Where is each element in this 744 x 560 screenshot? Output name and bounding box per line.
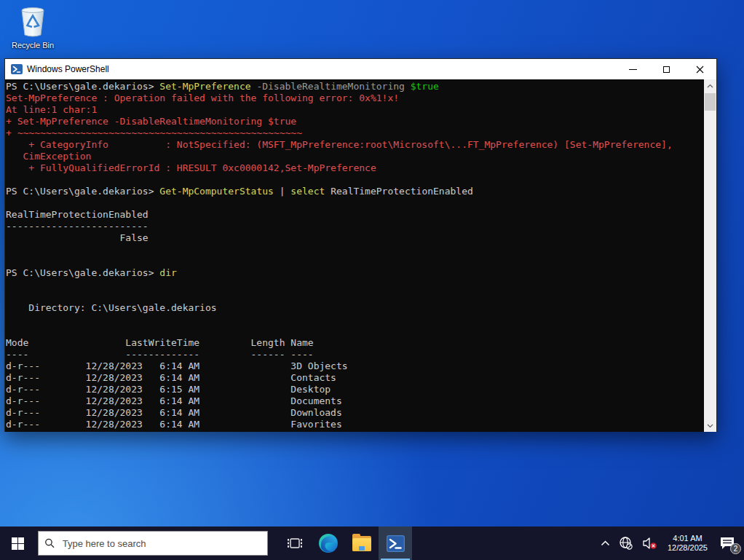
recycle-bin-icon bbox=[17, 4, 48, 38]
scrollbar-track[interactable] bbox=[704, 92, 716, 419]
desktop: Recycle Bin Windows PowerShell PS C:\Use… bbox=[0, 0, 744, 560]
taskbar-search[interactable] bbox=[38, 531, 268, 556]
tray-overflow-button[interactable] bbox=[596, 527, 614, 560]
terminal-scrollbar[interactable] bbox=[704, 79, 716, 432]
volume-button[interactable] bbox=[638, 527, 662, 560]
powershell-window: Windows PowerShell PS C:\Users\gale.deka… bbox=[4, 58, 717, 432]
powershell-taskbar-button[interactable] bbox=[379, 527, 412, 560]
taskbar-clock[interactable]: 4:01 AM 12/28/2025 bbox=[662, 534, 713, 553]
search-input[interactable] bbox=[63, 538, 261, 549]
scroll-down-button[interactable] bbox=[704, 419, 716, 432]
minimize-button[interactable] bbox=[616, 59, 649, 79]
scrollbar-thumb[interactable] bbox=[705, 93, 716, 111]
close-button[interactable] bbox=[683, 59, 716, 79]
chevron-up-icon bbox=[601, 540, 610, 546]
window-titlebar[interactable]: Windows PowerShell bbox=[5, 59, 716, 79]
terminal-output[interactable]: PS C:\Users\gale.dekarios> Set-MpPrefere… bbox=[5, 79, 716, 432]
globe-no-internet-icon bbox=[619, 536, 633, 551]
terminal-text: PS C:\Users\gale.dekarios> Set-MpPrefere… bbox=[6, 81, 703, 430]
notification-badge: 2 bbox=[730, 543, 741, 554]
edge-icon bbox=[318, 533, 339, 553]
window-title: Windows PowerShell bbox=[27, 64, 109, 74]
search-icon bbox=[44, 537, 55, 549]
task-view-button[interactable] bbox=[278, 527, 312, 560]
close-icon bbox=[696, 66, 704, 74]
chevron-up-icon bbox=[707, 84, 713, 88]
network-status-button[interactable] bbox=[614, 527, 638, 560]
maximize-button[interactable] bbox=[649, 59, 683, 79]
clock-date: 12/28/2025 bbox=[668, 543, 708, 553]
chevron-down-icon bbox=[707, 424, 713, 428]
task-view-icon bbox=[287, 536, 303, 551]
powershell-icon bbox=[386, 534, 405, 553]
start-button[interactable] bbox=[0, 527, 35, 560]
scroll-up-button[interactable] bbox=[704, 79, 716, 92]
action-center-button[interactable]: 2 bbox=[713, 527, 744, 560]
clock-time: 4:01 AM bbox=[668, 534, 708, 543]
recycle-bin-label: Recycle Bin bbox=[12, 41, 54, 50]
edge-button[interactable] bbox=[312, 527, 345, 560]
speaker-muted-icon bbox=[642, 536, 657, 551]
windows-logo-icon bbox=[12, 537, 24, 550]
recycle-bin-shortcut[interactable]: Recycle Bin bbox=[9, 4, 57, 51]
maximize-icon bbox=[663, 66, 670, 73]
powershell-icon bbox=[11, 63, 23, 75]
system-tray: 4:01 AM 12/28/2025 2 bbox=[596, 527, 744, 560]
minimize-icon bbox=[629, 69, 637, 70]
taskbar: 4:01 AM 12/28/2025 2 bbox=[0, 527, 744, 560]
file-explorer-button[interactable] bbox=[345, 527, 379, 560]
file-explorer-icon bbox=[352, 536, 371, 551]
